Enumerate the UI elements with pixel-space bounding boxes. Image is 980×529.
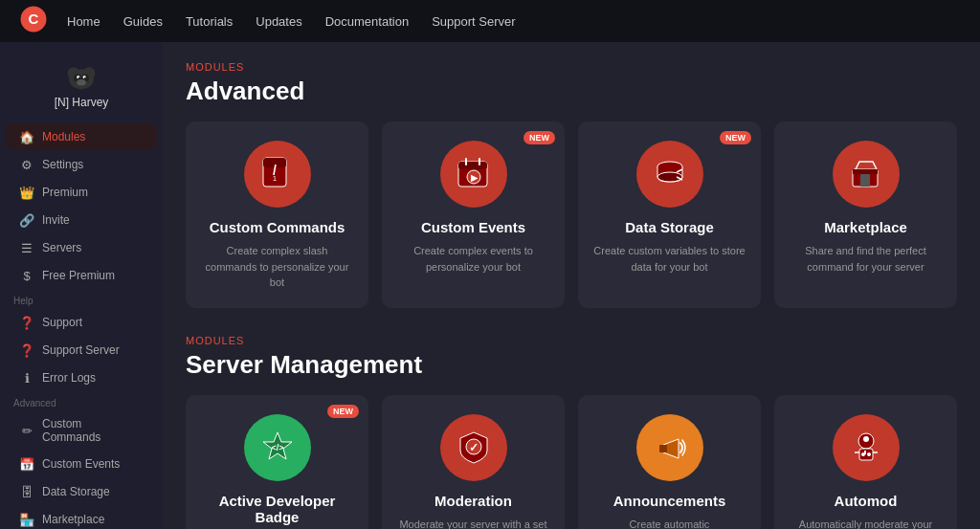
svg-point-38 [867, 452, 871, 456]
server-mgmt-section-label: MODULES [186, 335, 957, 346]
card-custom-commands[interactable]: / 1 Custom Commands Create complex slash… [186, 121, 368, 308]
marketplace-title: Marketplace [824, 219, 907, 235]
svg-text:C: C [29, 11, 39, 27]
custom-events-title: Custom Events [421, 219, 525, 235]
top-nav-links: Home Guides Tutorials Updates Documentat… [67, 14, 516, 29]
data-storage-desc: Create custom variables to store data fo… [593, 243, 746, 275]
free-premium-icon: $ [19, 268, 34, 283]
nav-documentation[interactable]: Documentation [325, 14, 409, 29]
main-content: MODULES Advanced / 1 Custom Commands Cre… [163, 42, 980, 529]
server-mgmt-section-title: Server Management [186, 350, 957, 380]
premium-label: Premium [42, 186, 88, 199]
advanced-section-label: Advanced [0, 392, 163, 410]
sidebar-item-custom-commands[interactable]: ✏ Custom Commands [6, 411, 157, 450]
automod-desc: Automatically moderate your server and a… [790, 517, 942, 530]
svg-rect-28 [860, 174, 870, 187]
announcements-desc: Create automatic announcements for vario… [593, 517, 746, 530]
svg-point-23 [657, 172, 682, 182]
nav-home[interactable]: Home [67, 14, 100, 29]
card-data-storage[interactable]: New Data Storage Create custom variables… [578, 121, 761, 308]
announcements-title: Announcements [613, 493, 726, 509]
nav-guides[interactable]: Guides [123, 14, 163, 29]
marketplace-desc: Share and find the perfect command for y… [790, 243, 942, 275]
active-dev-badge-card-icon: </> [244, 414, 311, 481]
support-icon: ❓ [19, 315, 34, 330]
nav-updates[interactable]: Updates [256, 14, 301, 29]
sidebar-item-servers[interactable]: ☰ Servers [6, 234, 157, 261]
moderation-card-icon: ✓ [440, 414, 507, 481]
nav-tutorials[interactable]: Tutorials [186, 14, 233, 29]
custom-commands-sidebar-icon: ✏ [19, 423, 34, 438]
modules-label: Modules [42, 130, 85, 143]
username-label: [N] Harvey [55, 96, 109, 109]
sidebar-item-support[interactable]: ❓ Support [6, 309, 157, 336]
moderation-title: Moderation [434, 493, 512, 509]
custom-events-badge: New [523, 131, 555, 144]
svg-rect-27 [853, 169, 878, 174]
sidebar-item-custom-events[interactable]: 📅 Custom Events [6, 451, 157, 477]
advanced-section-title: Advanced [186, 77, 957, 106]
advanced-section-label: MODULES [186, 61, 957, 73]
top-nav: C Home Guides Tutorials Updates Document… [0, 0, 980, 42]
svg-text:</>: </> [271, 443, 283, 452]
data-storage-badge: New [720, 131, 751, 144]
announcements-card-icon [636, 414, 703, 481]
invite-label: Invite [42, 213, 70, 227]
svg-text:▶: ▶ [470, 173, 478, 183]
svg-rect-33 [659, 445, 667, 452]
sidebar-item-error-logs[interactable]: ℹ Error Logs [6, 364, 157, 391]
svg-point-10 [78, 77, 80, 79]
error-logs-label: Error Logs [42, 371, 96, 385]
data-storage-sidebar-label: Data Storage [42, 485, 110, 498]
card-marketplace[interactable]: Marketplace Share and find the perfect c… [774, 121, 957, 308]
marketplace-sidebar-icon: 🏪 [19, 512, 34, 527]
svg-text:✓: ✓ [469, 441, 479, 454]
avatar-icon [62, 63, 100, 92]
support-label: Support [42, 316, 82, 329]
automod-title: Automod [835, 493, 898, 509]
sidebar-item-modules[interactable]: 🏠 Modules [6, 123, 157, 150]
card-announcements[interactable]: Announcements Create automatic announcem… [578, 395, 761, 530]
support-server-icon: ❓ [19, 342, 34, 358]
active-dev-badge-card-badge: New [327, 405, 359, 418]
support-server-label: Support Server [42, 343, 120, 357]
server-management-section: MODULES Server Management New </> Active… [186, 335, 957, 530]
nav-support-server[interactable]: Support Server [432, 14, 515, 29]
custom-events-card-icon: ▶ [440, 141, 507, 208]
sidebar-item-support-server[interactable]: ❓ Support Server [6, 337, 157, 364]
custom-events-sidebar-icon: 📅 [19, 456, 34, 472]
premium-icon: 👑 [19, 185, 34, 200]
server-mgmt-cards-grid: New </> Active Developer Badge Get the A… [186, 395, 957, 530]
moderation-desc: Moderate your server with a set of power… [397, 517, 549, 530]
svg-point-11 [84, 77, 86, 79]
advanced-section: MODULES Advanced / 1 Custom Commands Cre… [186, 61, 957, 308]
card-moderation[interactable]: ✓ Moderation Moderate your server with a… [382, 395, 565, 530]
card-active-developer-badge[interactable]: New </> Active Developer Badge Get the A… [186, 395, 368, 530]
data-storage-title: Data Storage [625, 219, 714, 235]
logo: C [19, 5, 67, 37]
active-dev-badge-card-title: Active Developer Badge [201, 493, 353, 525]
sidebar-item-marketplace[interactable]: 🏪 Marketplace [6, 506, 157, 529]
card-custom-events[interactable]: New ▶ Custom Events Create complex event… [382, 121, 565, 308]
invite-icon: 🔗 [19, 212, 34, 228]
automod-card-icon [833, 414, 900, 481]
sidebar-item-data-storage[interactable]: 🗄 Data Storage [6, 478, 157, 505]
card-automod[interactable]: Automod Automatically moderate your serv… [774, 395, 957, 530]
help-section-label: Help [0, 290, 163, 308]
sidebar-item-settings[interactable]: ⚙ Settings [6, 151, 157, 178]
custom-events-desc: Create complex events to personalize you… [397, 243, 549, 275]
svg-point-7 [77, 79, 86, 85]
sidebar-item-free-premium[interactable]: $ Free Premium [6, 262, 157, 289]
marketplace-sidebar-label: Marketplace [42, 513, 104, 526]
custom-commands-title: Custom Commands [210, 219, 345, 235]
layout: [N] Harvey 🏠 Modules ⚙ Settings 👑 Premiu… [0, 42, 980, 529]
data-storage-card-icon [636, 141, 703, 208]
custom-events-sidebar-label: Custom Events [42, 457, 120, 471]
advanced-cards-grid: / 1 Custom Commands Create complex slash… [186, 121, 957, 308]
servers-label: Servers [42, 241, 81, 254]
sidebar-item-invite[interactable]: 🔗 Invite [6, 207, 157, 233]
free-premium-label: Free Premium [42, 269, 115, 282]
sidebar: [N] Harvey 🏠 Modules ⚙ Settings 👑 Premiu… [0, 42, 163, 529]
sidebar-item-premium[interactable]: 👑 Premium [6, 179, 157, 206]
settings-icon: ⚙ [19, 157, 34, 172]
